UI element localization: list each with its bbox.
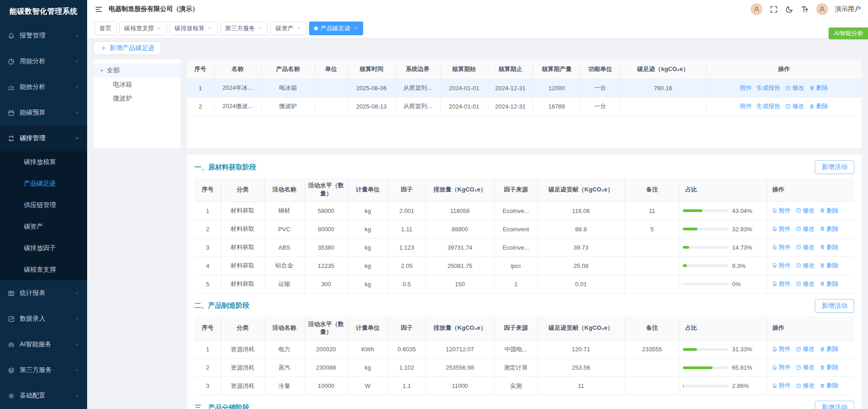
fullscreen-icon[interactable] (769, 5, 778, 14)
stage-row: 2资源消耗蒸汽230088kg1.102253556.98测定计算253.566… (194, 359, 854, 377)
attachment-link[interactable]: 附件 (772, 207, 791, 215)
column-header: 碳足迹贡献（KgCO₂e） (537, 316, 625, 340)
attachment-link[interactable]: 附件 (740, 84, 752, 92)
sidebar-subitem-carbon-accounting[interactable]: 碳排放核算 (0, 151, 87, 173)
delete-link[interactable]: 删除 (819, 363, 839, 371)
cell: 58000 (304, 202, 348, 220)
tab-product-footprint[interactable]: 产品碳足迹 (309, 22, 363, 35)
product-row[interactable]: 12024年冰...电冰箱2025-08-06从摇篮到...2024-01-01… (187, 79, 862, 97)
sidebar-item-reports[interactable]: 统计报表 (0, 280, 87, 306)
edit-link[interactable]: 修改 (796, 262, 815, 270)
tab-carbon-asset[interactable]: 碳资产 (271, 22, 306, 35)
collapse-sidebar-icon[interactable] (94, 5, 103, 14)
sidebar-subitem-supply-chain[interactable]: 供应链管理 (0, 194, 87, 216)
delete-link[interactable]: 删除 (819, 280, 839, 288)
gear-icon (7, 392, 15, 400)
delete-link[interactable]: 删除 (809, 102, 828, 110)
sidebar-item-alarm[interactable]: 报警管理 (0, 23, 87, 49)
cell: 运输 (264, 275, 304, 293)
dark-mode-icon[interactable] (785, 5, 794, 14)
progress-bar: 2.86% (683, 382, 764, 389)
sidebar-item-data-entry[interactable]: 数据录入 (0, 306, 87, 332)
tab-home[interactable]: 首页 (94, 22, 116, 35)
action-label: 修改 (792, 84, 804, 92)
font-size-icon[interactable] (801, 5, 809, 14)
tab-close-icon[interactable] (157, 26, 162, 31)
add-activity-button[interactable]: 新增活动 (815, 299, 854, 313)
sidebar-subitem-emission-factor[interactable]: 碳排放因子 (0, 237, 87, 259)
progress-track (683, 264, 729, 267)
sidebar-item-efficiency[interactable]: 能效分析 (0, 74, 87, 100)
stage-row: 1材料获取钢材58000kg2.001116058EcoInve...116.0… (194, 202, 854, 220)
column-header: 活动水平（数量） (304, 178, 348, 202)
edit-link[interactable]: 修改 (796, 363, 815, 371)
add-product-footprint-button[interactable]: 新增产品碳足迹 (94, 41, 161, 55)
delete-link[interactable]: 删除 (819, 382, 839, 390)
attachment-link[interactable]: 附件 (740, 102, 752, 110)
attachment-link[interactable]: 附件 (772, 363, 791, 371)
tree-leaf[interactable]: 微波炉 (94, 92, 181, 105)
tree-node-all[interactable]: 全部 (94, 63, 181, 78)
sidebar-item-carbon-budget[interactable]: 能碳预算 (0, 100, 87, 125)
progress-fill (683, 348, 697, 351)
share-cell: 0% (680, 275, 767, 293)
column-header: 因子 (388, 178, 426, 202)
sidebar-item-ai-service[interactable]: AI智能服务 (0, 332, 87, 357)
progress-percent: 31.33% (732, 346, 752, 353)
edit-link[interactable]: 修改 (796, 207, 815, 215)
tree-leaf[interactable]: 电冰箱 (94, 78, 181, 92)
delete-link[interactable]: 删除 (819, 207, 839, 215)
product-row[interactable]: 22024微波...微波炉2025-08-13从摇篮到...2024-01-01… (187, 97, 862, 115)
action-label: 删除 (827, 243, 839, 251)
avatar[interactable] (751, 3, 763, 15)
edit-link[interactable]: 修改 (796, 243, 815, 251)
add-activity-button[interactable]: 新增活动 (815, 401, 854, 409)
attachment-link[interactable]: 附件 (772, 243, 791, 251)
edit-link[interactable]: 修改 (785, 102, 804, 110)
generate-report-link[interactable]: 生成报告 (757, 102, 780, 110)
attachment-link[interactable]: 附件 (772, 280, 791, 288)
attachment-link[interactable]: 附件 (772, 345, 791, 353)
sidebar-item-base-config[interactable]: 基础配置 (0, 383, 87, 409)
delete-link[interactable]: 删除 (819, 225, 839, 233)
sidebar-item-third-party[interactable]: 第三方服务 (0, 357, 87, 383)
sidebar-item-energy-use[interactable]: 用能分析 (0, 49, 87, 74)
sidebar-subitem-product-footprint[interactable]: 产品碳足迹 (0, 173, 87, 194)
tab-close-icon[interactable] (353, 26, 358, 31)
attachment-link[interactable]: 附件 (772, 382, 791, 390)
progress-fill (683, 209, 702, 212)
add-activity-button[interactable]: 新增活动 (815, 160, 854, 174)
generate-report-link[interactable]: 生成报告 (757, 84, 780, 92)
delete-link[interactable]: 删除 (819, 345, 839, 353)
ai-analysis-button[interactable]: AI智能分析 (829, 27, 868, 39)
tab-carbon-accounting[interactable]: 碳排放核算 (170, 22, 217, 35)
edit-link[interactable]: 修改 (796, 280, 815, 288)
tab-close-icon[interactable] (296, 26, 301, 31)
delete-link[interactable]: 删除 (819, 243, 839, 251)
sidebar-subitem-verification-support[interactable]: 碳核查支撑 (0, 259, 87, 280)
sidebar-item-carbon-mgmt[interactable]: 碳排管理 (0, 125, 87, 151)
tab-carbon-verification[interactable]: 碳核查支撑 (119, 22, 167, 35)
edit-link[interactable]: 修改 (785, 84, 804, 92)
tab-third-party[interactable]: 第三方服务 (220, 22, 268, 35)
cell (625, 275, 680, 293)
user-avatar[interactable] (816, 3, 828, 15)
stages-panel: 一、原材料获取阶段新增活动序号分类活动名称活动水平（数量）计量单位因子排放量（K… (187, 155, 862, 409)
delete-link[interactable]: 删除 (809, 84, 828, 92)
cell: 88.8 (537, 220, 625, 238)
action-group: 附件生成报告修改删除 (740, 84, 828, 92)
cell: 39.73 (537, 238, 625, 256)
cell: 150 (426, 275, 494, 293)
attachment-link[interactable]: 附件 (772, 262, 791, 270)
tab-close-icon[interactable] (258, 26, 263, 31)
delete-link[interactable]: 删除 (819, 262, 839, 270)
edit-link[interactable]: 修改 (796, 382, 815, 390)
attachment-link[interactable]: 附件 (772, 225, 791, 233)
sidebar-subitem-carbon-asset[interactable]: 碳资产 (0, 216, 87, 237)
pen-icon (796, 244, 802, 250)
edit-link[interactable]: 修改 (796, 225, 815, 233)
edit-link[interactable]: 修改 (796, 345, 815, 353)
cell: 2024-12-31 (488, 79, 533, 97)
tab-close-icon[interactable] (207, 26, 212, 31)
cell: 760.16 (620, 79, 706, 97)
